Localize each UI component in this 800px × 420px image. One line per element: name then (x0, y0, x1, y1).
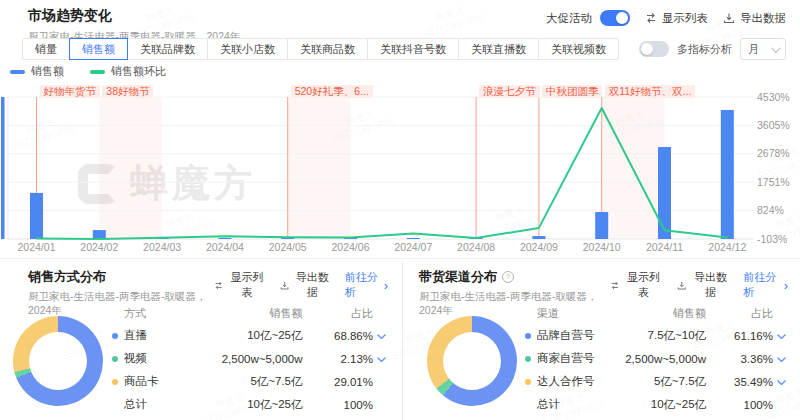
series-dot (112, 379, 118, 385)
promo-annotation: 双11好物节、双... (605, 85, 696, 98)
show-list-button[interactable]: 显示列表 (610, 270, 663, 300)
series-dot (525, 356, 531, 362)
sales-bar[interactable] (532, 236, 545, 239)
multi-metric-label: 多指标分析 (677, 42, 732, 57)
sales-method-donut[interactable] (13, 316, 103, 406)
export-data-button[interactable]: 导出数据 (677, 270, 730, 300)
go-analyze-link[interactable]: 前往分析 › (345, 270, 388, 300)
list-view-icon (214, 280, 223, 291)
right-axis-tick: 3605% (757, 119, 790, 131)
promo-toggle[interactable] (600, 10, 630, 26)
sales-bar[interactable] (595, 212, 608, 239)
legend-marker (90, 70, 105, 74)
info-icon[interactable]: ? (502, 271, 514, 283)
table-row[interactable]: 直播10亿~25亿68.86% (112, 324, 373, 347)
tab-6[interactable]: 关联抖音号数 (367, 38, 459, 60)
period-select[interactable]: 月 (740, 38, 786, 60)
promo-annotation: 中秋团圆季 (542, 85, 603, 98)
export-icon (280, 280, 289, 291)
multi-metric-toggle[interactable] (639, 41, 669, 57)
show-list-button[interactable]: 显示列表 (214, 270, 265, 300)
tab-8[interactable]: 关联视频数 (538, 38, 619, 60)
x-axis-label: 2024/11 (646, 241, 683, 253)
sales-bar[interactable] (658, 147, 671, 239)
list-view-icon (645, 12, 657, 24)
tab-2[interactable]: 销售额 (69, 38, 128, 60)
x-axis-label: 2024/04 (206, 241, 244, 253)
x-axis-label: 2024/02 (80, 241, 118, 253)
channel-table: 渠道销售额占比品牌自营号7.5亿~10亿61.16%商家自营号2,500w~5,… (525, 302, 786, 416)
promo-toggle-group: 大促活动 (546, 10, 630, 26)
export-data-button[interactable]: 导出数据 (723, 11, 786, 26)
tab-1[interactable]: 销量 (22, 38, 70, 60)
table-row[interactable]: 商家自营号2,500w~5,000w3.36% (525, 347, 773, 370)
export-data-button[interactable]: 导出数据 (280, 270, 331, 300)
table-row: 总计10亿~25亿100% (112, 393, 373, 416)
multi-metric-group: 多指标分析 (639, 41, 732, 57)
chevron-down-icon (771, 43, 781, 53)
list-view-icon (610, 280, 620, 291)
x-axis-label: 2024/10 (583, 241, 621, 253)
channel-donut[interactable] (427, 316, 517, 406)
sales-method-title: 销售方式分布 (28, 268, 106, 286)
promo-annotation: 浪漫七夕节 (479, 85, 540, 98)
table-row[interactable]: 品牌自营号7.5亿~10亿61.16% (525, 324, 773, 347)
promo-band (99, 97, 162, 239)
promo-toggle-label: 大促活动 (546, 11, 592, 26)
promo-annotation: 38好物节 (102, 85, 153, 98)
arrow-right-icon: › (784, 280, 788, 291)
table-row: 总计10亿~25亿100% (525, 393, 773, 416)
right-axis-tick: 1751% (757, 176, 790, 188)
table-header-row: 方式销售额占比 (112, 302, 373, 324)
x-axis-label: 2024/07 (394, 241, 432, 253)
export-icon (723, 12, 735, 24)
table-row[interactable]: 视频2,500w~5,000w2.13% (112, 347, 373, 370)
channel-title: 带货渠道分布 (419, 268, 497, 286)
sales-method-panel: 销售方式分布 厨卫家电-生活电器-两季电器-取暖器，2024年 显示列表 导出数… (0, 258, 400, 420)
metric-tabs: 销量销售额关联品牌数关联小店数关联商品数关联抖音号数关联直播数关联视频数 (22, 38, 619, 60)
tab-3[interactable]: 关联品牌数 (127, 38, 208, 60)
sales-bar[interactable] (721, 110, 734, 239)
x-axis-label: 2024/05 (269, 241, 307, 253)
sales-bar[interactable] (93, 230, 106, 239)
series-dot (525, 333, 531, 339)
trend-chart: 4530%3605%2678%1751%824%-103%2024/012024… (0, 85, 800, 258)
sales-bar[interactable] (30, 193, 43, 239)
sales-bar[interactable] (218, 238, 231, 239)
caret-down-icon[interactable] (377, 357, 386, 362)
x-axis-label: 2024/08 (457, 241, 495, 253)
chart-legend: 销售额销售额环比 (10, 64, 166, 79)
tab-5[interactable]: 关联商品数 (287, 38, 368, 60)
period-select-value: 月 (748, 42, 759, 57)
tab-7[interactable]: 关联直播数 (458, 38, 539, 60)
series-dot (112, 333, 118, 339)
legend-marker (10, 70, 25, 74)
x-axis-label: 2024/09 (520, 241, 558, 253)
go-analyze-link[interactable]: 前往分析 › (744, 270, 788, 300)
show-list-button[interactable]: 显示列表 (645, 11, 708, 26)
sales-bar[interactable] (407, 238, 420, 239)
arrow-right-icon: › (384, 280, 388, 291)
channel-panel: 带货渠道分布 ? 厨卫家电-生活电器-两季电器-取暖器，2024年 显示列表 导… (403, 258, 800, 420)
right-axis-tick: 4530% (757, 91, 790, 103)
promo-annotation: 好物年货节 (40, 85, 101, 98)
table-row[interactable]: 达人合作号5亿~7.5亿35.49% (525, 370, 773, 393)
table-header-row: 渠道销售额占比 (525, 302, 773, 324)
metric-tabs-row: 销量销售额关联品牌数关联小店数关联商品数关联抖音号数关联直播数关联视频数 多指标… (22, 38, 786, 60)
right-axis-tick: 2678% (757, 147, 790, 159)
tab-4[interactable]: 关联小店数 (207, 38, 288, 60)
caret-down-icon[interactable] (777, 357, 786, 362)
caret-down-icon[interactable] (377, 334, 386, 339)
table-row: 商品卡5亿~7.5亿29.01% (112, 370, 373, 393)
export-icon (677, 280, 687, 291)
caret-down-icon[interactable] (777, 334, 786, 339)
x-axis-label: 2024/12 (708, 241, 746, 253)
promo-annotation: 520好礼季、6... (291, 85, 373, 98)
x-axis-label: 2024/03 (143, 241, 181, 253)
legend-item-2[interactable]: 销售额环比 (90, 64, 166, 79)
x-axis-label: 2024/06 (332, 241, 370, 253)
legend-item-1[interactable]: 销售额 (10, 64, 64, 79)
dashboard-page: 蝉魔方 市场趋势变化 厨卫家电-生活电器-两季电器-取暖器，2024年 大促活动… (0, 0, 800, 420)
caret-down-icon[interactable] (777, 380, 786, 385)
right-axis-tick: -103% (757, 233, 787, 245)
